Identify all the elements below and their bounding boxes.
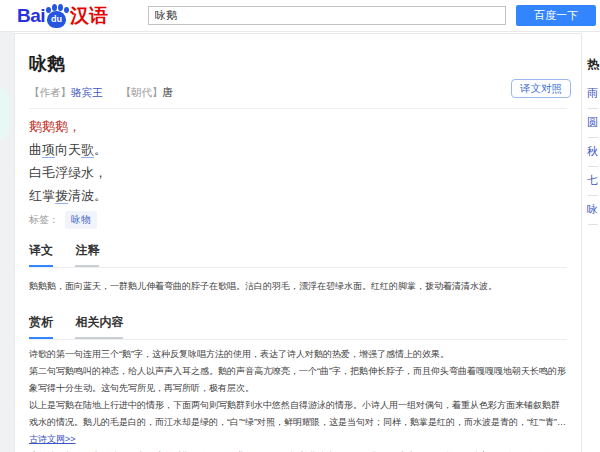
left-gutter: [0, 32, 14, 452]
analysis-paragraph: 第二句写鹅鸣叫的神态，给人以声声入耳之感。鹅的声音高亢嘹亮，一个“曲”字，把鹅伸…: [29, 363, 567, 397]
sidebar-divider: [588, 108, 598, 109]
poem-title: 咏鹅: [29, 52, 567, 76]
poem-lines: 鹅鹅鹅，曲项向天歌。白毛浮绿水，红掌拨清波。: [29, 115, 567, 207]
tag-row: 标签： 咏物: [29, 211, 567, 229]
sidebar-link[interactable]: 咏: [587, 203, 600, 216]
source-site-link[interactable]: 古诗文网>>: [29, 434, 76, 444]
tab-translation[interactable]: 译文: [29, 242, 53, 267]
divider: [29, 108, 567, 109]
logo-text-product: 汉语: [70, 3, 108, 29]
poem-line: 红掌拨清波。: [29, 184, 567, 207]
poem-line: 白毛浮绿水，: [29, 161, 567, 184]
logo-text-bai: Bai: [17, 5, 45, 27]
poem-text: 。: [94, 142, 107, 157]
baidu-paw-icon: du: [46, 4, 69, 29]
translation-text: 鹅鹅鹅，面向蓝天，一群鹅儿伸着弯曲的脖子在歌唱。洁白的羽毛，漂浮在碧绿水面。红红…: [29, 278, 567, 294]
poem-text: 鹅鹅鹅，: [29, 119, 81, 134]
tab-analysis[interactable]: 赏析: [29, 314, 53, 339]
sidebar-list: 雨圆秋七咏: [587, 87, 600, 225]
sidebar-divider: [588, 137, 598, 138]
sidebar-header: 热: [587, 56, 600, 73]
author-link[interactable]: 骆宾王: [71, 86, 103, 98]
poem-text: 红掌: [29, 188, 55, 203]
hot-sidebar: 热 雨圆秋七咏: [583, 33, 600, 452]
sidebar-link[interactable]: 秋: [587, 145, 600, 158]
baidu-hanyu-logo[interactable]: Bai du 汉语: [17, 3, 108, 29]
poem-text: 向天: [55, 142, 81, 157]
sidebar-item: 秋: [587, 145, 600, 167]
sidebar-divider: [588, 195, 598, 196]
poem-line: 鹅鹅鹅，: [29, 115, 567, 138]
search-input[interactable]: [148, 6, 506, 25]
sidebar-link[interactable]: 圆: [587, 116, 600, 129]
page: Bai du 汉语 百度一下 咏鹅 【作者】骆宾王【朝代】唐 译文对照 鹅鹅鹅，…: [0, 0, 600, 452]
analysis-paragraph: 以上是写鹅在陆地上行进中的情形，下面两句则写鹅群到水中悠然自得游泳的情形。小诗人…: [29, 397, 567, 448]
analysis-paragraphs-2: 这首诗歌相传是唐代诗人骆宾王少年时期的作品，给我们展示了一幅鹅儿戏水图，有形象，…: [29, 448, 567, 452]
tab-related-content[interactable]: 相关内容: [75, 314, 123, 339]
poem-meta: 【作者】骆宾王【朝代】唐 译文对照: [29, 85, 567, 99]
analysis-paragraph: 这首诗歌相传是唐代诗人骆宾王少年时期的作品，给我们展示了一幅鹅儿戏水图，有形象，…: [29, 448, 567, 452]
poem-text: 清波。: [68, 188, 107, 203]
sidebar-item: 咏: [587, 203, 600, 225]
sidebar-item: 圆: [587, 116, 600, 138]
logo-text-du: du: [51, 14, 62, 24]
sidebar-divider: [588, 224, 598, 225]
author-label: 【作者】: [29, 86, 71, 98]
sidebar-link[interactable]: 七: [587, 174, 600, 187]
header: Bai du 汉语 百度一下: [0, 0, 600, 32]
dynasty-value: 唐: [163, 86, 174, 98]
translation-compare-button[interactable]: 译文对照: [511, 79, 571, 98]
analysis-tabs: 赏析 相关内容: [29, 312, 567, 340]
dynasty-label: 【朝代】: [121, 86, 163, 98]
sidebar-item: 七: [587, 174, 600, 196]
sidebar-item: 雨: [587, 87, 600, 109]
search-button[interactable]: 百度一下: [516, 5, 596, 26]
dict-term-link[interactable]: 拨: [55, 188, 68, 204]
poem-card: 咏鹅 【作者】骆宾王【朝代】唐 译文对照 鹅鹅鹅，曲项向天歌。白毛浮绿水，红掌拨…: [14, 33, 582, 452]
analysis-paragraphs: 诗歌的第一句连用三个“鹅”字，这种反复咏唱方法的使用，表达了诗人对鹅的热爱，增强…: [29, 346, 567, 448]
dict-term-link[interactable]: 项: [42, 142, 55, 158]
poem-line: 曲项向天歌。: [29, 138, 567, 161]
sidebar-link[interactable]: 雨: [587, 87, 600, 100]
poem-text: 曲: [29, 142, 42, 157]
tab-annotation[interactable]: 注释: [75, 242, 99, 267]
edge-decoration: [0, 88, 9, 140]
analysis-paragraph: 诗歌的第一句连用三个“鹅”字，这种反复咏唱方法的使用，表达了诗人对鹅的热爱，增强…: [29, 346, 567, 363]
tag-chip[interactable]: 咏物: [65, 211, 97, 229]
tag-label: 标签：: [29, 213, 59, 227]
translation-tabs: 译文 注释: [29, 240, 567, 268]
dict-term-link[interactable]: 歌: [81, 142, 94, 158]
sidebar-divider: [588, 166, 598, 167]
poem-text: 白毛浮绿水，: [29, 165, 107, 180]
